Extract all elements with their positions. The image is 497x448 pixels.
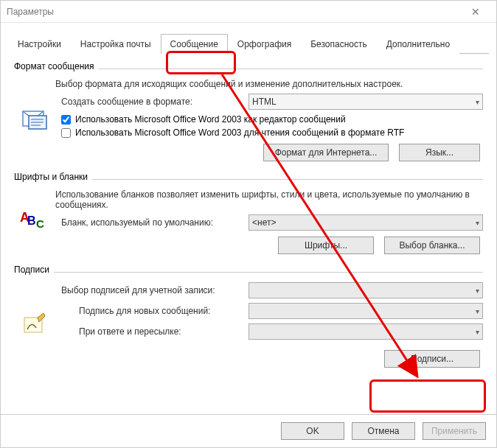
tab-message[interactable]: Сообщение: [161, 34, 228, 54]
use-word-reader-checkbox[interactable]: [61, 128, 71, 138]
group-label-format: Формат сообщения: [14, 61, 99, 71]
signature-reply-label: При ответе и пересылке:: [73, 326, 248, 337]
chevron-down-icon: ▾: [476, 219, 479, 227]
fonts-button[interactable]: Шрифты...: [278, 237, 374, 254]
language-button[interactable]: Язык...: [399, 144, 480, 161]
mail-icon: [21, 108, 48, 130]
dialog-footer: OK Отмена Применить: [1, 414, 496, 447]
signature-new-label: Подпись для новых сообщений:: [73, 306, 248, 316]
cancel-button[interactable]: Отмена: [352, 422, 415, 440]
internet-format-button[interactable]: Формат для Интернета...: [263, 144, 389, 161]
group-fonts: Шрифты и бланки A B C Использование блан…: [14, 172, 483, 257]
titlebar: Параметры ✕: [1, 1, 496, 23]
group-signatures: Подписи Выбор подписей для учетной запис…: [14, 265, 483, 371]
signature-account-select[interactable]: ▾: [248, 282, 483, 298]
chevron-down-icon: ▾: [476, 328, 479, 336]
window-title: Параметры: [7, 7, 461, 17]
chevron-down-icon: ▾: [476, 98, 479, 106]
tab-security[interactable]: Безопасность: [301, 34, 377, 54]
use-word-editor-label: Использовать Microsoft Office Word 2003 …: [75, 114, 346, 125]
highlight-button-annotation: [369, 379, 486, 413]
use-word-reader-label: Использовать Microsoft Office Word 2003 …: [75, 127, 404, 138]
tab-general[interactable]: Настройки: [8, 34, 71, 54]
group-message-format: Формат сообщения Выбор формата: [14, 61, 483, 164]
tab-panel-message: Формат сообщения Выбор формата: [8, 54, 489, 371]
tab-spelling[interactable]: Орфография: [228, 34, 301, 54]
chevron-down-icon: ▾: [476, 287, 479, 295]
fonts-description: Использование бланков позволяет изменить…: [55, 189, 483, 210]
group-label-signatures: Подписи: [14, 265, 54, 275]
use-word-editor-checkbox[interactable]: [61, 115, 71, 125]
ok-button[interactable]: OK: [281, 422, 344, 440]
chevron-down-icon: ▾: [476, 307, 479, 315]
content-area: Настройки Настройка почты Сообщение Орфо…: [1, 23, 496, 414]
format-description: Выбор формата для исходящих сообщений и …: [55, 79, 483, 89]
tab-advanced[interactable]: Дополнительно: [377, 34, 459, 54]
tab-strip: Настройки Настройка почты Сообщение Орфо…: [8, 33, 489, 54]
signature-account-label: Выбор подписей для учетной записи:: [55, 285, 248, 295]
signature-new-select[interactable]: ▾: [248, 303, 483, 319]
signatures-button[interactable]: Подписи...: [384, 350, 480, 368]
blank-label: Бланк, используемый по умолчанию:: [55, 217, 248, 228]
choose-blank-button[interactable]: Выбор бланка...: [384, 237, 480, 254]
create-format-label: Создать сообщение в формате:: [55, 97, 248, 107]
close-icon[interactable]: ✕: [461, 6, 490, 18]
apply-button[interactable]: Применить: [423, 422, 486, 440]
group-label-fonts: Шрифты и бланки: [14, 172, 92, 182]
stationery-icon: A B C: [20, 210, 49, 232]
blank-select[interactable]: <нет> ▾: [248, 214, 483, 231]
signature-reply-select[interactable]: ▾: [248, 323, 483, 340]
options-dialog: Параметры ✕ Настройки Настройка почты Со…: [0, 0, 497, 448]
signature-icon: [21, 313, 48, 335]
create-format-select[interactable]: HTML ▾: [248, 94, 483, 110]
tab-mail-setup[interactable]: Настройка почты: [71, 34, 161, 54]
